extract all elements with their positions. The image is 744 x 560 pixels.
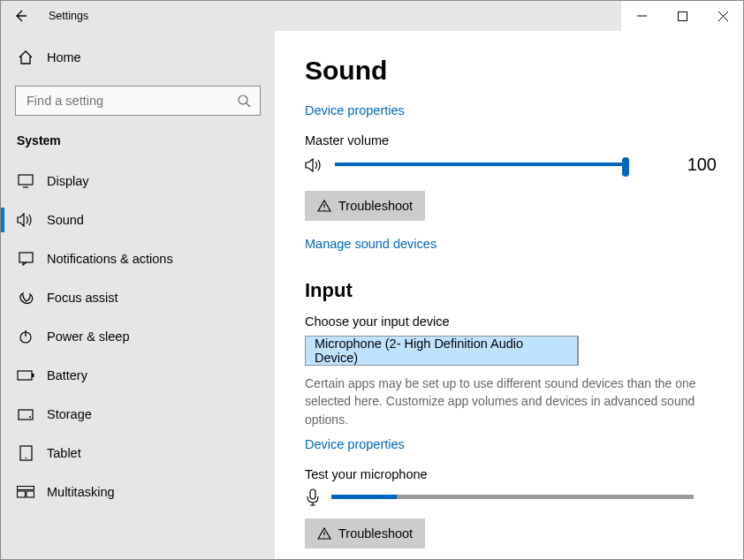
sidebar-home-label: Home: [47, 50, 81, 64]
svg-rect-13: [27, 491, 34, 497]
troubleshoot-input-label: Troubleshoot: [338, 526, 413, 541]
master-volume-value: 100: [687, 155, 717, 175]
main-content: Sound Device properties Master volume 10…: [275, 31, 743, 559]
back-icon: [13, 9, 27, 23]
sidebar-home[interactable]: Home: [1, 38, 275, 77]
sidebar-item-label: Notifications & actions: [47, 252, 173, 266]
troubleshoot-output-button[interactable]: Troubleshoot: [305, 191, 425, 221]
sidebar-item-label: Focus assist: [47, 291, 118, 305]
sidebar-item-label: Storage: [47, 407, 92, 421]
input-hint-text: Certain apps may be set up to use differ…: [305, 375, 717, 428]
master-volume-slider[interactable]: [335, 156, 626, 174]
slider-fill: [335, 163, 626, 166]
manage-sound-devices-link[interactable]: Manage sound devices: [305, 237, 717, 251]
minimize-button[interactable]: [621, 1, 662, 31]
master-volume-label: Master volume: [305, 133, 717, 148]
tablet-icon: [17, 444, 34, 462]
sidebar: Home System DisplaySoundNotifications & …: [1, 31, 275, 559]
sidebar-category: System: [1, 128, 275, 162]
multitasking-icon: [17, 483, 34, 501]
troubleshoot-input-button[interactable]: Troubleshoot: [305, 518, 425, 549]
svg-rect-3: [19, 253, 33, 262]
sidebar-item-label: Display: [47, 174, 89, 188]
close-button[interactable]: [702, 1, 743, 31]
input-device-dropdown[interactable]: Microphone (2- High Definition Audio Dev…: [305, 336, 579, 366]
input-device-selected: Microphone (2- High Definition Audio Dev…: [315, 337, 568, 365]
home-icon: [17, 49, 34, 66]
svg-point-10: [25, 458, 27, 459]
warning-icon: [317, 200, 331, 212]
maximize-button[interactable]: [662, 1, 702, 31]
storage-icon: [17, 405, 34, 423]
slider-thumb[interactable]: [622, 157, 629, 177]
sidebar-item-label: Battery: [47, 368, 87, 382]
mic-level-fill: [331, 495, 397, 499]
power-icon: [17, 328, 34, 345]
warning-icon: [317, 527, 331, 540]
troubleshoot-output-label: Troubleshoot: [338, 199, 413, 213]
maximize-icon: [678, 11, 687, 21]
back-button[interactable]: [1, 1, 40, 31]
focus-icon: [17, 289, 34, 306]
test-mic-label: Test your microphone: [305, 467, 717, 481]
svg-rect-0: [678, 11, 687, 20]
speaker-icon[interactable]: [305, 157, 323, 173]
svg-point-1: [239, 95, 247, 104]
input-device-properties-link[interactable]: Device properties: [305, 437, 717, 451]
sidebar-item-label: Sound: [47, 213, 84, 227]
mic-level-bar: [331, 495, 694, 499]
search-box[interactable]: [15, 86, 261, 116]
window-title: Settings: [40, 10, 88, 22]
svg-rect-6: [32, 374, 34, 377]
minimize-icon: [637, 11, 647, 21]
microphone-icon: [305, 488, 321, 506]
svg-rect-14: [310, 489, 315, 499]
input-heading: Input: [305, 279, 717, 302]
svg-rect-5: [18, 371, 32, 380]
notifications-icon: [17, 250, 34, 268]
device-properties-link[interactable]: Device properties: [305, 103, 717, 117]
page-title: Sound: [305, 56, 717, 86]
search-icon: [238, 95, 251, 108]
sound-icon: [17, 211, 34, 229]
sidebar-item-notifications-actions[interactable]: Notifications & actions: [1, 239, 275, 278]
svg-rect-7: [19, 410, 33, 420]
sidebar-item-tablet[interactable]: Tablet: [1, 434, 275, 473]
titlebar: Settings: [1, 1, 743, 31]
battery-icon: [17, 367, 34, 384]
search-input[interactable]: [25, 93, 238, 109]
choose-input-label: Choose your input device: [305, 314, 717, 329]
sidebar-item-focus-assist[interactable]: Focus assist: [1, 278, 275, 317]
sidebar-item-power-sleep[interactable]: Power & sleep: [1, 317, 275, 356]
display-icon: [17, 172, 34, 190]
svg-rect-11: [18, 487, 34, 490]
sidebar-item-storage[interactable]: Storage: [1, 395, 275, 434]
sidebar-item-label: Power & sleep: [47, 329, 130, 344]
sidebar-item-display[interactable]: Display: [1, 162, 275, 201]
svg-rect-12: [18, 491, 26, 497]
sidebar-item-multitasking[interactable]: Multitasking: [1, 473, 275, 511]
svg-rect-2: [19, 175, 33, 185]
close-icon: [718, 11, 728, 21]
svg-point-8: [29, 416, 31, 418]
sidebar-item-label: Multitasking: [47, 485, 115, 499]
sidebar-item-sound[interactable]: Sound: [1, 201, 275, 239]
sidebar-item-label: Tablet: [47, 446, 81, 460]
sidebar-item-battery[interactable]: Battery: [1, 356, 275, 395]
